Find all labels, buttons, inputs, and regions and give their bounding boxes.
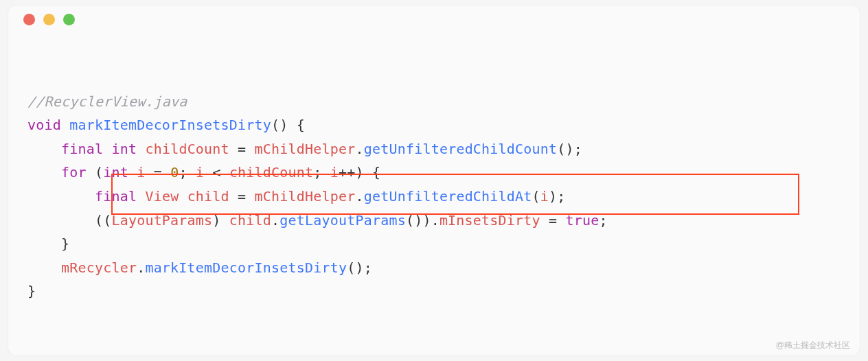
code-text: () { xyxy=(271,117,305,133)
code-text xyxy=(128,164,137,180)
code-text: . xyxy=(355,188,363,205)
obj: mChildHelper xyxy=(255,188,356,205)
code-text: (); xyxy=(557,141,582,157)
code-text: ); xyxy=(549,188,565,205)
var: i xyxy=(330,164,339,180)
type: View xyxy=(145,188,179,205)
code-comment: //RecyclerView.java xyxy=(27,93,187,110)
kw-void: void xyxy=(27,117,61,133)
var: i xyxy=(196,164,204,180)
kw-true: true xyxy=(566,212,599,229)
var: childCount xyxy=(145,141,229,157)
code-block: //RecyclerView.java void markItemDecorIn… xyxy=(8,33,860,351)
watermark: @稀土掘金技术社区 xyxy=(776,340,850,351)
method: getUnfilteredChildCount xyxy=(364,141,558,157)
code-text: ( xyxy=(87,164,103,180)
kw-for: for xyxy=(61,164,87,180)
close-icon[interactable] xyxy=(23,14,35,25)
method: markItemDecorInsetsDirty xyxy=(145,259,347,276)
kw-int: int xyxy=(103,164,128,180)
var: child xyxy=(187,188,229,205)
code-text: ; xyxy=(599,212,607,229)
obj: mRecycler xyxy=(61,259,137,276)
code-text: (); xyxy=(347,259,372,276)
fn-name: markItemDecorInsetsDirty xyxy=(69,117,271,133)
num: 0 xyxy=(170,164,179,180)
code-text: (( xyxy=(95,212,111,229)
code-text: = xyxy=(540,212,566,229)
code-window: //RecyclerView.java void markItemDecorIn… xyxy=(8,5,860,356)
obj: child xyxy=(229,212,271,229)
var: i xyxy=(137,164,145,180)
code-text: < xyxy=(204,164,229,180)
code-text: . xyxy=(271,212,279,229)
type: LayoutParams xyxy=(111,212,212,229)
field: mInsetsDirty xyxy=(439,212,540,229)
minimize-icon[interactable] xyxy=(43,14,55,25)
code-text: ) xyxy=(212,212,229,229)
arg: i xyxy=(540,188,549,205)
brace: } xyxy=(27,283,36,299)
code-text: ( xyxy=(532,188,540,205)
obj: mChildHelper xyxy=(255,141,356,157)
code-text: ++ xyxy=(339,164,355,180)
method: getLayoutParams xyxy=(279,212,406,229)
code-text: ; xyxy=(313,164,330,180)
kw-final: final xyxy=(95,188,137,205)
code-text: ()). xyxy=(406,212,439,229)
code-text: = xyxy=(229,141,255,157)
zoom-icon[interactable] xyxy=(63,14,75,25)
code-text: = xyxy=(229,188,255,205)
kw-int: int xyxy=(111,141,137,157)
code-text: . xyxy=(137,259,145,276)
var: childCount xyxy=(229,164,313,180)
code-text xyxy=(179,188,187,205)
kw-final: final xyxy=(61,141,103,157)
code-text: ; xyxy=(179,164,195,180)
brace: } xyxy=(61,235,69,252)
method: getUnfilteredChildAt xyxy=(364,188,532,205)
code-text: ) { xyxy=(356,164,381,180)
code-text: = xyxy=(145,164,170,180)
titlebar xyxy=(8,5,860,33)
code-text: . xyxy=(355,141,363,157)
